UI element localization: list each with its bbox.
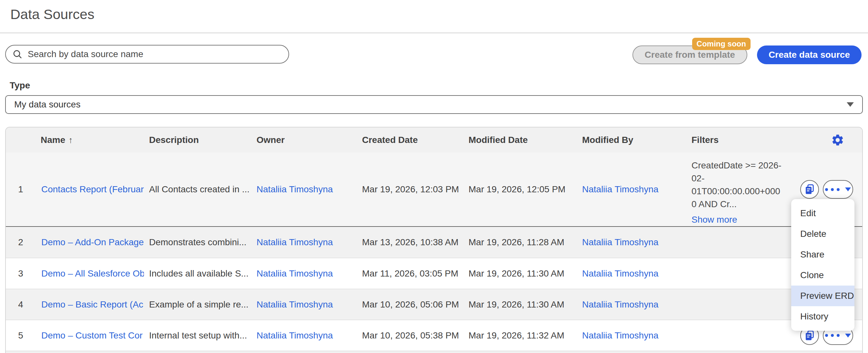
created-date: Mar 11, 2026, 03:05 PM [357, 268, 463, 279]
owner-link[interactable]: Nataliia Timoshyna [256, 299, 333, 310]
table-body: 1 Contacts Report (Februar All Contacts … [6, 153, 862, 351]
page-title: Data Sources [10, 5, 868, 23]
chevron-down-icon [845, 188, 851, 191]
table-settings-button[interactable] [831, 133, 845, 147]
ellipsis-icon [825, 188, 828, 191]
create-from-template-label: Create from template [645, 50, 735, 60]
data-source-description: Includes all available S... [144, 268, 251, 279]
next-row-sliver [6, 351, 862, 353]
create-from-template-button[interactable]: Create from template Coming soon [632, 45, 747, 64]
show-more-link[interactable]: Show more [691, 213, 737, 226]
row-number: 1 [6, 184, 35, 195]
data-source-name-link[interactable]: Demo – Basic Report (Ac [35, 299, 144, 310]
data-source-name-link[interactable]: Contacts Report (Februar [35, 184, 144, 195]
created-date: Mar 19, 2026, 12:03 PM [357, 184, 463, 195]
search-box[interactable] [5, 45, 289, 64]
chevron-down-icon [847, 102, 854, 107]
menu-item-edit[interactable]: Edit [791, 203, 855, 224]
data-source-description: Demonstrates combini... [144, 237, 251, 248]
ellipsis-icon [825, 334, 828, 337]
column-header-description[interactable]: Description [144, 135, 251, 145]
gear-icon [831, 133, 844, 147]
table-row: 1 Contacts Report (Februar All Contacts … [6, 153, 862, 227]
data-source-description: Internal test setup with... [144, 330, 251, 341]
modified-date: Mar 19, 2026, 12:05 PM [463, 184, 577, 195]
modified-date: Mar 19, 2026, 11:32 AM [463, 330, 577, 341]
clone-data-source-button[interactable] [800, 180, 819, 199]
table-header-row: Name ↑ Description Owner Created Date Mo… [6, 127, 862, 153]
column-header-actions [789, 133, 862, 147]
data-sources-table: Name ↑ Description Owner Created Date Mo… [5, 127, 863, 353]
modified-date: Mar 19, 2026, 11:30 AM [463, 268, 577, 279]
table-row: 4 Demo – Basic Report (Ac Example of a s… [6, 289, 862, 320]
type-filter-value: My data sources [14, 99, 80, 110]
menu-item-clone[interactable]: Clone [791, 265, 855, 286]
column-header-name[interactable]: Name ↑ [35, 135, 144, 145]
row-number: 2 [6, 237, 35, 248]
data-source-description: All Contacts created in ... [144, 184, 251, 195]
column-header-owner[interactable]: Owner [251, 135, 357, 145]
table-row: 5 Demo – Custom Test Cor Internal test s… [6, 320, 862, 351]
type-filter-label: Type [10, 81, 868, 91]
owner-link[interactable]: Nataliia Timoshyna [256, 237, 333, 247]
data-source-name-link[interactable]: Demo – Add-On Package [35, 237, 144, 248]
data-source-description: Example of a simple re... [144, 299, 251, 310]
row-actions-menu: EditDeleteShareClonePreview ERDHistory [791, 199, 855, 331]
owner-link[interactable]: Nataliia Timoshyna [256, 330, 333, 341]
column-header-filters: Filters [686, 135, 789, 145]
page-header: Data Sources [0, 0, 868, 33]
created-date: Mar 10, 2026, 05:06 PM [357, 299, 463, 310]
table-row: 3 Demo – All Salesforce Ob Includes all … [6, 258, 862, 289]
created-date: Mar 10, 2026, 05:38 PM [357, 330, 463, 341]
row-number: 5 [6, 330, 35, 341]
toolbar-actions: Create from template Coming soon Create … [632, 45, 862, 64]
copy-icon [804, 330, 815, 342]
table-row: 2 Demo – Add-On Package Demonstrates com… [6, 227, 862, 258]
create-data-source-label: Create data source [769, 50, 850, 60]
menu-item-delete[interactable]: Delete [791, 224, 855, 244]
row-number: 4 [6, 299, 35, 310]
search-input[interactable] [28, 49, 282, 59]
create-data-source-button[interactable]: Create data source [757, 45, 862, 64]
modified-date: Mar 19, 2026, 11:30 AM [463, 299, 577, 310]
filters-text: CreatedDate >= 2026-02-01T00:00:00.000+0… [691, 160, 781, 209]
modified-by-link[interactable]: Nataliia Timoshyna [582, 268, 659, 279]
chevron-down-icon [845, 334, 851, 338]
data-sources-page: Data Sources Create from template Coming… [0, 0, 868, 353]
modified-by-link[interactable]: Nataliia Timoshyna [582, 237, 659, 247]
created-date: Mar 13, 2026, 10:38 AM [357, 237, 463, 248]
data-source-name-link[interactable]: Demo – All Salesforce Ob [35, 268, 144, 279]
menu-item-preview-erd[interactable]: Preview ERD [791, 286, 855, 306]
row-more-actions-button[interactable] [823, 180, 853, 199]
menu-item-history[interactable]: History [791, 306, 855, 327]
column-header-modified-date[interactable]: Modified Date [463, 135, 577, 145]
type-filter-select[interactable]: My data sources [5, 95, 863, 114]
column-header-modified-by[interactable]: Modified By [577, 135, 686, 145]
owner-link[interactable]: Nataliia Timoshyna [256, 184, 333, 194]
modified-by-link[interactable]: Nataliia Timoshyna [582, 299, 659, 310]
search-icon [12, 49, 23, 59]
copy-icon [804, 184, 815, 195]
coming-soon-badge: Coming soon [692, 38, 750, 50]
row-number: 3 [6, 268, 35, 279]
data-source-name-link[interactable]: Demo – Custom Test Cor [35, 330, 144, 341]
owner-link[interactable]: Nataliia Timoshyna [256, 268, 333, 279]
modified-by-link[interactable]: Nataliia Timoshyna [582, 184, 659, 194]
column-header-created-date[interactable]: Created Date [357, 135, 463, 145]
modified-date: Mar 19, 2026, 11:28 AM [463, 237, 577, 248]
sort-ascending-icon: ↑ [68, 135, 73, 145]
menu-item-share[interactable]: Share [791, 244, 855, 265]
modified-by-link[interactable]: Nataliia Timoshyna [582, 330, 659, 341]
toolbar: Create from template Coming soon Create … [5, 45, 862, 64]
